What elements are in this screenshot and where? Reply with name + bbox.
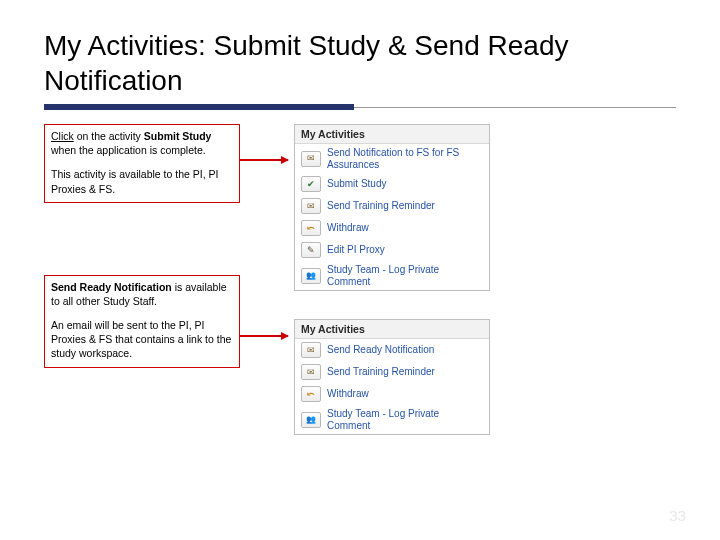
activity-link[interactable]: ⤺Withdraw — [295, 383, 489, 405]
activity-label: Send Notification to FS for FS Assurance… — [327, 147, 483, 170]
panel-header: My Activities — [295, 320, 489, 339]
check-icon: ✔ — [301, 176, 321, 192]
activity-label: Submit Study — [327, 178, 386, 190]
team-icon: 👥 — [301, 268, 321, 284]
page-title: My Activities: Submit Study & Send Ready… — [44, 28, 676, 98]
activity-link[interactable]: 👥Study Team - Log Private Comment — [295, 405, 489, 434]
callout-email-text: An email will be sent to the PI, PI Prox… — [51, 318, 233, 361]
mail-icon: ✉ — [301, 151, 321, 167]
withdraw-icon: ⤺ — [301, 220, 321, 236]
arrow-icon — [240, 335, 288, 337]
mail-icon: ✉ — [301, 342, 321, 358]
activity-link[interactable]: ✉Send Training Reminder — [295, 361, 489, 383]
activity-label: Send Ready Notification — [327, 344, 434, 356]
activity-link[interactable]: ✎Edit PI Proxy — [295, 239, 489, 261]
team-icon: 👥 — [301, 412, 321, 428]
activity-link[interactable]: ✔Submit Study — [295, 173, 489, 195]
panel-header: My Activities — [295, 125, 489, 144]
activity-label: Withdraw — [327, 388, 369, 400]
callout-click-text: Click — [51, 130, 74, 142]
my-activities-panel-top: My Activities ✉Send Notification to FS f… — [294, 124, 490, 291]
arrow-icon — [240, 159, 288, 161]
mail-icon: ✉ — [301, 198, 321, 214]
page-number: 33 — [669, 507, 686, 524]
activity-label: Study Team - Log Private Comment — [327, 264, 483, 287]
edit-icon: ✎ — [301, 242, 321, 258]
activity-label: Send Training Reminder — [327, 200, 435, 212]
activity-link[interactable]: ✉Send Training Reminder — [295, 195, 489, 217]
title-rule — [44, 104, 676, 110]
callout-availability-text: This activity is available to the PI, PI… — [51, 167, 233, 195]
activity-label: Study Team - Log Private Comment — [327, 408, 483, 431]
activity-label: Edit PI Proxy — [327, 244, 385, 256]
callout-submit-study: Click on the activity Submit Study when … — [44, 124, 240, 203]
activity-link[interactable]: ⤺Withdraw — [295, 217, 489, 239]
mail-icon: ✉ — [301, 364, 321, 380]
activity-label: Send Training Reminder — [327, 366, 435, 378]
callout-send-ready: Send Ready Notification is available to … — [44, 275, 240, 368]
activity-label: Withdraw — [327, 222, 369, 234]
my-activities-panel-bottom: My Activities ✉Send Ready Notification✉S… — [294, 319, 490, 435]
activity-link[interactable]: ✉Send Notification to FS for FS Assuranc… — [295, 144, 489, 173]
activity-link[interactable]: 👥Study Team - Log Private Comment — [295, 261, 489, 290]
activity-link[interactable]: ✉Send Ready Notification — [295, 339, 489, 361]
withdraw-icon: ⤺ — [301, 386, 321, 402]
